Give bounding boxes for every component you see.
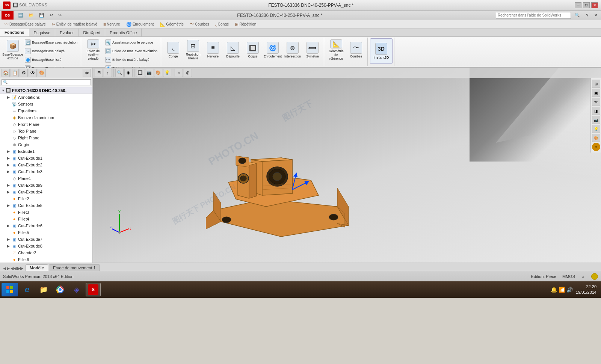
vp-fit-button[interactable]: ◉ [124, 69, 133, 77]
tree-item-plane1[interactable]: ▶ ◇ Plane1 [0, 175, 92, 182]
tab-etude-mouvement[interactable]: Etude de mouvement 1 [49, 264, 100, 271]
nervure-button[interactable]: ≡ Nervure [203, 38, 223, 62]
tree-item-fillet3[interactable]: ▶ ● Fillet3 [0, 209, 92, 216]
rp-view-orient-button[interactable]: ⊞ [592, 80, 600, 88]
sidebar-home-button[interactable]: 🏠 [2, 69, 10, 77]
rp-color-button[interactable]: 🎨 [592, 134, 600, 142]
tree-item-fillet6[interactable]: ▶ ● Fillet6 [0, 256, 92, 263]
vp-section-button[interactable]: 📷 [145, 69, 153, 77]
tree-item-fillet5[interactable]: ▶ ● Fillet5 [0, 229, 92, 236]
tree-item-cutextrude3[interactable]: ▶ ▣ Cut-Extrude3 [0, 168, 92, 175]
repetition-button[interactable]: ⊞ Répétition linéaire [183, 38, 203, 62]
cutextrude9-expander[interactable]: ▶ [6, 183, 11, 187]
sidebar-eye-button[interactable]: 👁 [29, 69, 37, 77]
cutextrude7-expander[interactable]: ▶ [6, 237, 11, 242]
cutextrude3-expander[interactable]: ▶ [6, 169, 11, 174]
minimize-button[interactable]: ─ [575, 2, 581, 8]
window-controls[interactable]: ─ □ ✕ [575, 2, 598, 8]
qa-nervure[interactable]: ≡Nervure [101, 21, 123, 28]
tree-item-cutextrude6[interactable]: ▶ ▣ Cut-Extrude6 [0, 222, 92, 229]
tree-item-extrude1[interactable]: ▶ ▣ Extrude1 [0, 148, 92, 155]
enroulement-button[interactable]: 🌀 Enroulement [263, 38, 282, 62]
coque-button[interactable]: 🔲 Coque [243, 38, 263, 62]
bossage-balaye-button[interactable]: 〰 Bossage/Base balayé [23, 47, 79, 55]
close-button[interactable]: ✕ [591, 2, 598, 8]
cutextrude2-expander[interactable]: ▶ [6, 163, 11, 167]
tree-item-annotations[interactable]: ▶ 📝 Annotations [0, 94, 92, 101]
enlev-revolution-button[interactable]: 🔄 Enlèv. de mat. avec révolution [103, 47, 159, 55]
extrude1-expander[interactable]: ▶ [6, 149, 11, 154]
sidebar-color-button[interactable]: 🎨 [38, 69, 46, 77]
qa-repetition[interactable]: ⊞Répétition [232, 21, 259, 28]
explorer-button[interactable]: 📁 [36, 283, 51, 296]
tree-item-chamfer2[interactable]: ▶ ◸ Chamfer2 [0, 249, 92, 256]
tab-last-button[interactable]: ▶▶ [17, 266, 23, 271]
tree-item-cutextrude5[interactable]: ▶ ▣ Cut-Extrude5 [0, 202, 92, 209]
cutextrude4-expander[interactable]: ▶ [6, 190, 11, 194]
tree-item-fillet2[interactable]: ▶ ● Fillet2 [0, 195, 92, 202]
maximize-button[interactable]: □ [583, 2, 590, 8]
tree-item-sensors[interactable]: ▶ 📡 Sensors [0, 101, 92, 107]
geometrie-ref-button[interactable]: 📐 Géométrie de référence [326, 38, 346, 62]
units-indicator[interactable]: ▲ [581, 274, 585, 279]
annotations-expander[interactable]: ▶ [6, 95, 11, 100]
qa-courbes[interactable]: 〜Courbes [187, 20, 212, 29]
tab-produits-office[interactable]: Produits Office [105, 29, 142, 36]
tree-item-rightplane[interactable]: ▶ ◇ Right Plane [0, 134, 92, 141]
qa-bossage-balaye[interactable]: 〰Bossage/Base balayé [2, 21, 48, 28]
search-input[interactable] [496, 12, 571, 19]
tab-next-button[interactable]: ▶ [7, 266, 10, 271]
close-doc-button[interactable]: ✕ [592, 12, 599, 18]
vp-view-button[interactable]: ↑ [104, 69, 112, 77]
vp-display-button[interactable]: 🔲 [136, 69, 144, 77]
qa-enlev-balaye[interactable]: ✂Enlèv. de matière balayé [49, 21, 100, 28]
tree-item-cutextrude7[interactable]: ▶ ▣ Cut-Extrude7 [0, 236, 92, 243]
tab-fonctions[interactable]: Fonctions [0, 29, 29, 36]
instant3d-button[interactable]: 3D Instant3D [370, 38, 393, 64]
rp-camera-button[interactable]: 📷 [592, 116, 600, 124]
tree-item-cutextrude4[interactable]: ▶ ▣ Cut-Extrude4 [0, 189, 92, 195]
sidebar-expand-button[interactable]: ≫ [83, 69, 91, 77]
rp-display-button[interactable]: ▣ [592, 89, 600, 97]
tree-item-fillet4[interactable]: ▶ ● Fillet4 [0, 216, 92, 222]
sidebar-config-button[interactable]: ⚙ [20, 69, 28, 77]
tree-item-topplane[interactable]: ▶ ◇ Top Plane [0, 128, 92, 134]
symetrie-button[interactable]: ⟺ Symétrie [303, 38, 322, 62]
sidebar-list-button[interactable]: 📋 [11, 69, 19, 77]
cutextrude5-expander[interactable]: ▶ [6, 203, 11, 208]
vp-appearance-button[interactable]: 🎨 [154, 69, 162, 77]
tab-modele[interactable]: Modèle [26, 264, 48, 271]
cutextrude8-expander[interactable]: ▶ [6, 244, 11, 248]
bossage-revolution-button[interactable]: 🔄 Bossage/Base avec révolution [23, 38, 79, 47]
assistance-percage-button[interactable]: 🔩 Assistance pour le perçage [103, 38, 159, 47]
qa-enroulement[interactable]: 🌀Enroulement [124, 21, 157, 28]
3d-viewport[interactable]: ⊞ ↑ 🔍 ◉ 🔲 📷 🎨 💡 ○ ◎ [93, 68, 601, 263]
tree-item-cutextrude8[interactable]: ▶ ▣ Cut-Extrude8 [0, 243, 92, 249]
vp-zoom-button[interactable]: 🔍 [115, 69, 124, 77]
tab-dimxpert[interactable]: DimXpert [79, 29, 106, 36]
tree-search-input[interactable] [2, 79, 91, 85]
help-button[interactable]: ? [584, 12, 590, 19]
enlev-extrude-button[interactable]: ✂ Enlèv. de matière extrudé [83, 38, 103, 62]
tree-root[interactable]: ▼ 🔲 FESTO-163336 DNC-40-250- [0, 87, 92, 94]
qa-geometrie[interactable]: 📐Géométrie [157, 21, 186, 28]
base-bossage-extrude-button[interactable]: 📦 Base/Bossage extrudé [3, 38, 23, 62]
depouille-button[interactable]: ◺ Dépouille [223, 38, 243, 62]
tree-item-equations[interactable]: ▶ ≡ Equations [0, 107, 92, 114]
undo-button[interactable]: ↩ [47, 12, 55, 19]
chrome-button[interactable] [53, 283, 68, 296]
vp-lighting-button[interactable]: 💡 [163, 69, 171, 77]
tree-item-frontplane[interactable]: ▶ ◇ Front Plane [0, 121, 92, 128]
app4-button[interactable]: ◈ [69, 283, 84, 296]
bossage-lisse-button[interactable]: 🔷 Bossage/Base lissé [23, 56, 79, 64]
start-button[interactable] [2, 283, 18, 296]
tab-evaluer[interactable]: Evaluer [55, 29, 79, 36]
rp-sphere-button[interactable]: ○ [592, 143, 600, 151]
rp-section-button[interactable]: ◨ [592, 107, 600, 115]
redo-button[interactable]: ↪ [56, 12, 64, 19]
tree-item-origin[interactable]: ▶ ⊕ Origin [0, 141, 92, 148]
qa-conge[interactable]: ◟Congé [213, 21, 231, 28]
tab-prev-button[interactable]: ◀ [3, 266, 6, 271]
rp-lights-button[interactable]: 💡 [592, 125, 600, 133]
tree-item-cutextrude2[interactable]: ▶ ▣ Cut-Extrude2 [0, 162, 92, 168]
